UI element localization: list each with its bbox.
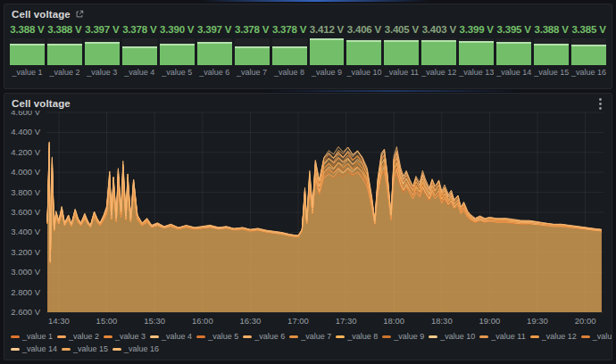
legend-series-label: _value 12 (542, 332, 577, 341)
cell-gauge (197, 38, 232, 65)
loading-indicator-mid (263, 90, 522, 92)
cell-stat[interactable]: 3.378 V_value 4 (122, 23, 157, 77)
x-tick-label: 14:30 (48, 316, 70, 326)
y-tick-label: 4.000 V (11, 167, 40, 177)
cell-gauge-bar (10, 44, 45, 65)
legend-item[interactable]: _value 9 (382, 332, 424, 341)
cell-label: _value 14 (496, 68, 531, 77)
cell-stat[interactable]: 3.385 V_value 16 (571, 23, 606, 77)
x-tick-label: 17:00 (287, 316, 309, 326)
cell-label: _value 16 (571, 68, 606, 77)
panel-header[interactable]: Cell voltage (4, 94, 612, 111)
cell-gauge (160, 38, 195, 65)
x-tick-label: 16:00 (192, 316, 213, 326)
cell-gauge-bar (85, 42, 120, 65)
y-tick-label: 3.600 V (11, 207, 40, 217)
y-tick-label: 4.400 V (11, 127, 40, 136)
cell-gauge (47, 38, 82, 65)
cell-label: _value 2 (47, 68, 82, 77)
panel-links-icon[interactable] (75, 10, 84, 19)
cell-stat[interactable]: 3.388 V_value 2 (47, 23, 82, 77)
cell-stat[interactable]: 3.388 V_value 15 (534, 23, 569, 77)
cell-label: _value 7 (235, 68, 270, 77)
legend-series-label: _value 10 (440, 332, 475, 341)
legend-item[interactable]: _value 14 (11, 344, 57, 353)
x-tick-label: 15:00 (96, 316, 118, 326)
cell-gauge (310, 38, 345, 65)
legend-series-marker (289, 335, 298, 338)
cell-stat[interactable]: 3.412 V_value 9 (310, 23, 345, 77)
legend-series-label: _value 6 (254, 332, 285, 341)
cell-value: 3.399 V (459, 23, 494, 37)
legend-series-label: _value 3 (115, 332, 146, 341)
cell-stat[interactable]: 3.405 V_value 11 (384, 23, 419, 77)
legend-series-marker (112, 348, 121, 351)
cell-gauge (459, 38, 494, 65)
voltage-time-series-chart[interactable]: 4.600 V4.400 V4.200 V4.000 V3.800 V3.600… (7, 111, 609, 330)
cell-value: 3.385 V (571, 23, 606, 37)
legend-item[interactable]: _value 11 (479, 332, 525, 341)
cell-label: _value 9 (310, 68, 345, 77)
x-tick-label: 18:30 (431, 316, 453, 326)
legend-series-marker (429, 335, 437, 338)
panel-header[interactable]: Cell voltage (4, 4, 612, 21)
cell-value: 3.388 V (10, 23, 45, 37)
cell-stat[interactable]: 3.406 V_value 10 (346, 23, 381, 77)
legend-series-label: _value 16 (124, 344, 159, 353)
legend-series-marker (11, 348, 20, 351)
legend-item[interactable]: _value 16 (112, 344, 159, 353)
cell-label: _value 12 (421, 68, 456, 77)
legend-item[interactable]: _value 12 (530, 332, 577, 341)
cell-stat[interactable]: 3.397 V_value 3 (85, 23, 120, 77)
panel-cell-voltage-chart: Cell voltage 4.600 V4.400 V4.200 V4.000 … (4, 93, 612, 360)
cell-value: 3.388 V (47, 23, 82, 37)
legend-item[interactable]: _value 6 (243, 332, 285, 341)
cell-value: 3.395 V (496, 23, 531, 37)
cell-stat[interactable]: 3.378 V_value 7 (235, 23, 270, 77)
stat-cells-container: 3.388 V_value 13.388 V_value 23.397 V_va… (4, 21, 612, 77)
cell-gauge-bar (122, 46, 157, 66)
legend-series-marker (581, 335, 590, 338)
legend-series-label: _value 13 (593, 332, 612, 341)
legend-series-label: _value 2 (69, 332, 99, 341)
cell-gauge (571, 38, 606, 65)
legend-series-label: _value 5 (208, 332, 238, 341)
cell-stat[interactable]: 3.399 V_value 13 (459, 23, 494, 77)
panel-title: Cell voltage (12, 9, 71, 20)
cell-stat[interactable]: 3.395 V_value 14 (496, 23, 531, 77)
legend-item[interactable]: _value 10 (429, 332, 475, 341)
cell-gauge-bar (421, 40, 456, 65)
cell-value: 3.378 V (272, 23, 307, 37)
cell-gauge-bar (571, 45, 606, 65)
legend-series-label: _value 4 (162, 332, 192, 341)
legend-item[interactable]: _value 15 (62, 344, 108, 353)
cell-gauge (235, 38, 270, 65)
cell-stat[interactable]: 3.403 V_value 12 (421, 23, 456, 77)
cell-label: _value 4 (122, 68, 157, 77)
legend-item[interactable]: _value 4 (150, 332, 192, 341)
cell-stat[interactable]: 3.390 V_value 5 (160, 23, 195, 77)
y-tick-label: 3.200 V (11, 247, 40, 257)
cell-gauge-bar (534, 44, 569, 65)
cell-label: _value 1 (10, 68, 45, 77)
cell-value: 3.405 V (384, 23, 419, 37)
cell-gauge (496, 38, 531, 65)
cell-stat[interactable]: 3.388 V_value 1 (10, 23, 45, 77)
legend-item[interactable]: _value 8 (336, 332, 378, 341)
legend-item[interactable]: _value 1 (11, 332, 53, 341)
x-tick-label: 19:00 (479, 316, 501, 326)
legend-item[interactable]: _value 2 (57, 332, 99, 341)
cell-stat[interactable]: 3.378 V_value 8 (272, 23, 307, 77)
cell-label: _value 15 (534, 68, 569, 77)
legend-item[interactable]: _value 3 (104, 332, 146, 341)
cell-gauge-bar (272, 46, 307, 66)
legend-item[interactable]: _value 5 (196, 332, 238, 341)
legend-item[interactable]: _value 13 (581, 332, 612, 341)
legend-item[interactable]: _value 7 (289, 332, 331, 341)
cell-gauge (122, 38, 157, 65)
cell-stat[interactable]: 3.397 V_value 6 (197, 23, 232, 77)
panel-menu-icon[interactable] (594, 97, 606, 110)
cell-label: _value 10 (346, 68, 381, 77)
loading-indicator-top (201, 0, 429, 2)
cell-value: 3.403 V (421, 23, 456, 37)
